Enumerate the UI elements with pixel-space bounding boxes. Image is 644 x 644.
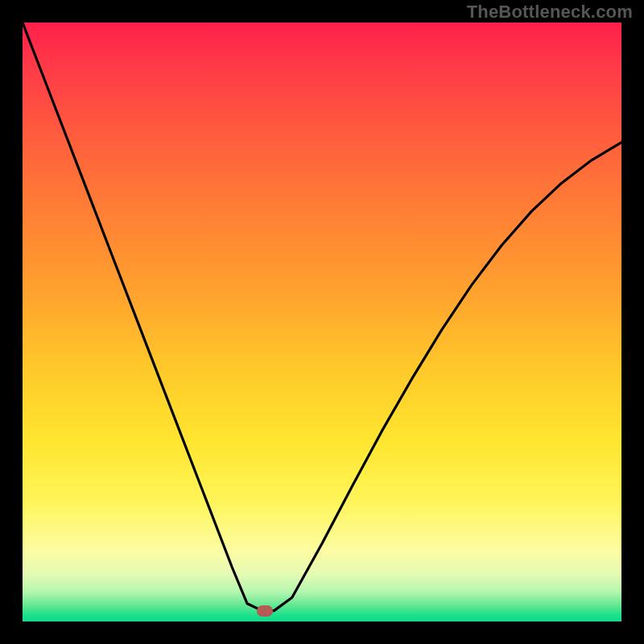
min-marker: [257, 605, 273, 617]
bottleneck-curve: [23, 23, 621, 611]
plot-area: [23, 23, 621, 621]
chart-frame: TheBottleneck.com: [0, 0, 644, 644]
curve-svg: [23, 23, 621, 621]
watermark-text: TheBottleneck.com: [467, 2, 633, 23]
